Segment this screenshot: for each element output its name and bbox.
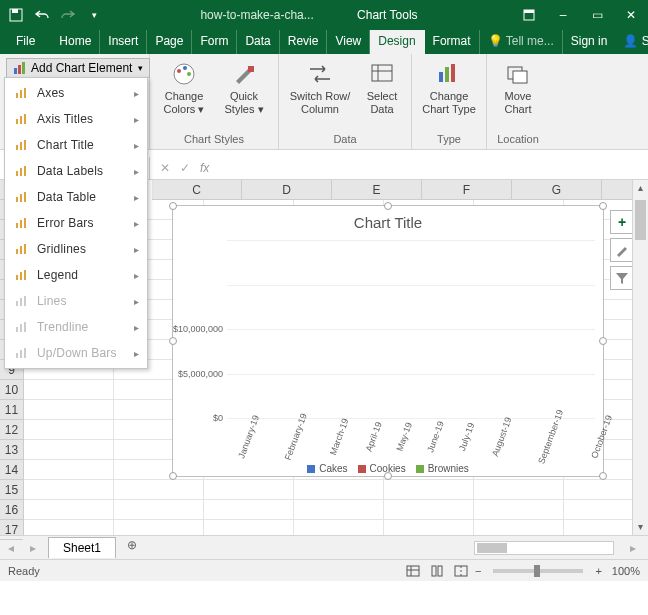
select-data-icon [368,60,396,88]
row-header[interactable]: 13 [0,440,23,460]
svg-rect-40 [24,244,26,254]
zoom-slider[interactable] [493,569,583,573]
row-header[interactable]: 17 [0,520,23,540]
resize-handle[interactable] [599,202,607,210]
select-data-button[interactable]: Select Data [359,58,405,116]
svg-rect-48 [20,324,22,332]
tab-review[interactable]: Revie [280,30,328,54]
menu-item-up-down-bars: Up/Down Bars▸ [5,340,147,366]
tab-view[interactable]: View [327,30,370,54]
tab-home[interactable]: Home [51,30,100,54]
zoom-handle[interactable] [534,565,540,577]
restore-button[interactable]: ▭ [580,0,614,30]
svg-rect-23 [16,119,18,124]
row-header[interactable]: 15 [0,480,23,500]
change-colors-button[interactable]: Change Colors ▾ [156,58,212,116]
close-button[interactable]: ✕ [614,0,648,30]
chart-element-icon [13,61,27,75]
horizontal-scrollbar[interactable] [474,541,614,555]
switch-icon [306,60,334,88]
switch-row-column-button[interactable]: Switch Row/ Column [285,58,355,116]
move-chart-button[interactable]: Move Chart [493,58,543,116]
row-header[interactable]: 14 [0,460,23,480]
zoom-level[interactable]: 100% [612,565,640,577]
tab-formulas[interactable]: Form [192,30,237,54]
resize-handle[interactable] [169,202,177,210]
share-button[interactable]: 👤 Share [615,30,648,54]
sheet-tab-1[interactable]: Sheet1 [48,537,116,558]
formula-input[interactable] [215,158,648,178]
redo-icon[interactable] [56,3,80,27]
chart-elements-button[interactable]: + [610,210,632,234]
undo-icon[interactable] [30,3,54,27]
scrollbar-thumb[interactable] [635,200,646,240]
tab-format[interactable]: Format [425,30,480,54]
vertical-scrollbar[interactable]: ▴ ▾ [632,180,648,535]
sheet-nav-prev[interactable]: ◂ [0,541,22,555]
col-header[interactable]: G [512,180,602,199]
chart-icon [13,345,31,361]
save-icon[interactable] [4,3,28,27]
add-chart-element-button[interactable]: Add Chart Element ▾ [6,58,150,78]
row-header[interactable]: 12 [0,420,23,440]
menu-item-axes[interactable]: Axes▸ [5,80,147,106]
minimize-button[interactable]: – [546,0,580,30]
change-chart-type-button[interactable]: Change Chart Type [418,58,480,116]
row-header[interactable]: 10 [0,380,23,400]
svg-rect-6 [22,62,25,74]
col-header[interactable]: D [242,180,332,199]
scroll-up-icon[interactable]: ▴ [633,180,648,196]
sheet-nav-next[interactable]: ▸ [22,541,44,555]
svg-rect-16 [445,67,449,82]
quick-styles-button[interactable]: Quick Styles ▾ [216,58,272,116]
plot-area[interactable]: $10,000,000$5,000,000$0 [227,240,595,418]
page-layout-view-icon[interactable] [427,563,447,579]
scroll-down-icon[interactable]: ▾ [633,519,648,535]
chart-legend[interactable]: Cakes Cookies Brownies [173,463,603,474]
tab-design[interactable]: Design [370,30,424,54]
col-header[interactable]: E [332,180,422,199]
group-data: Data [333,133,356,147]
menu-item-data-labels[interactable]: Data Labels▸ [5,158,147,184]
menu-item-gridlines[interactable]: Gridlines▸ [5,236,147,262]
menu-item-axis-titles[interactable]: Axis Titles▸ [5,106,147,132]
menu-item-error-bars[interactable]: Error Bars▸ [5,210,147,236]
sign-in[interactable]: Sign in [563,30,616,54]
row-header[interactable]: 11 [0,400,23,420]
scrollbar-thumb[interactable] [477,543,507,553]
normal-view-icon[interactable] [403,563,423,579]
tab-page-layout[interactable]: Page [147,30,192,54]
add-sheet-button[interactable]: ⊕ [122,538,142,558]
accept-formula-icon[interactable]: ✓ [180,161,190,175]
menu-item-data-table[interactable]: Data Table▸ [5,184,147,210]
resize-handle[interactable] [384,202,392,210]
chart-filters-button[interactable] [610,266,632,290]
chart-styles-button[interactable] [610,238,632,262]
tell-me[interactable]: 💡 Tell me... [480,30,563,54]
svg-rect-12 [372,65,392,81]
svg-rect-51 [20,350,22,358]
resize-handle[interactable] [169,337,177,345]
chart-title[interactable]: Chart Title [173,206,603,235]
hscroll-right-icon[interactable]: ▸ [622,541,644,555]
tab-data[interactable]: Data [237,30,279,54]
title-bar: ▾ how-to-make-a-cha... Chart Tools – ▭ ✕ [0,0,648,30]
ribbon-options-icon[interactable] [512,0,546,30]
qat-customize-icon[interactable]: ▾ [82,3,106,27]
col-header[interactable]: H [602,180,632,199]
cancel-formula-icon[interactable]: ✕ [160,161,170,175]
svg-rect-3 [524,10,534,13]
col-header[interactable]: C [152,180,242,199]
menu-item-chart-title[interactable]: Chart Title▸ [5,132,147,158]
row-header[interactable]: 16 [0,500,23,520]
col-header[interactable]: F [422,180,512,199]
menu-item-legend[interactable]: Legend▸ [5,262,147,288]
page-break-view-icon[interactable] [451,563,471,579]
zoom-out-button[interactable]: − [471,565,485,577]
resize-handle[interactable] [599,337,607,345]
tab-insert[interactable]: Insert [100,30,147,54]
tab-file[interactable]: File [6,30,45,54]
column-headers[interactable]: CDEFGH [152,180,632,200]
zoom-in-button[interactable]: + [591,565,605,577]
embedded-chart[interactable]: Chart Title $10,000,000$5,000,000$0 Janu… [172,205,604,477]
